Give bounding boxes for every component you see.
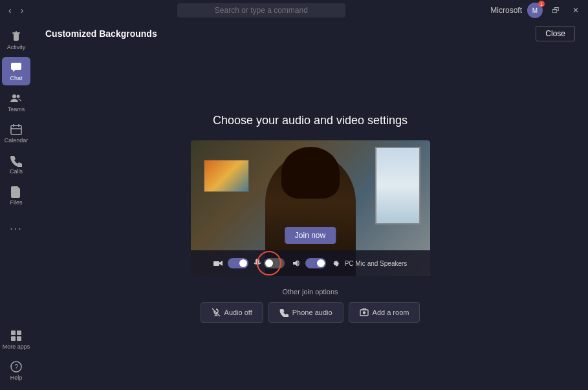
- close-button[interactable]: Close: [536, 26, 575, 41]
- title-bar-right: Microsoft M 1 🗗 ✕: [490, 3, 583, 18]
- video-preview: Join now: [191, 140, 430, 276]
- sidebar-label-apps: More apps: [3, 343, 30, 350]
- svg-rect-6: [17, 336, 21, 341]
- camera-icon: [213, 260, 223, 266]
- settings-content: Choose your audio and video settings Joi…: [32, 47, 588, 390]
- sidebar-label-calls: Calls: [10, 168, 23, 175]
- sidebar-item-calls[interactable]: Calls: [2, 150, 30, 179]
- window-close-button[interactable]: ✕: [569, 5, 583, 16]
- files-icon: [10, 185, 23, 198]
- content-header: Customized Backgrounds Close: [32, 21, 588, 47]
- sidebar-item-more[interactable]: ...: [2, 212, 30, 241]
- audio-device-label: PC Mic and Speakers: [345, 260, 408, 267]
- svg-rect-2: [11, 125, 21, 135]
- join-options-row: Audio off Phone audio: [191, 302, 430, 323]
- settings-title: Choose your audio and video settings: [213, 114, 408, 127]
- activity-icon: [10, 30, 23, 43]
- chat-icon: [10, 61, 23, 74]
- page-title: Customized Backgrounds: [45, 28, 157, 39]
- svg-point-15: [363, 312, 365, 314]
- sidebar-label-activity: Activity: [7, 44, 26, 50]
- speaker-toggle[interactable]: [305, 258, 326, 268]
- search-area: [32, 3, 490, 17]
- svg-point-0: [12, 94, 16, 98]
- sidebar-label-chat: Chat: [10, 75, 22, 81]
- volume-icon: [292, 259, 300, 267]
- audio-off-icon: [212, 308, 221, 317]
- more-icon: ...: [10, 221, 22, 232]
- svg-point-1: [17, 95, 20, 98]
- help-icon: ?: [10, 360, 23, 373]
- join-now-button[interactable]: Join now: [285, 227, 336, 244]
- mic-toggle[interactable]: [264, 258, 285, 268]
- other-join-label: Other join options: [191, 288, 430, 296]
- search-input[interactable]: [177, 3, 345, 17]
- other-join-section: Other join options Audio off: [191, 288, 430, 323]
- title-bar: ‹ › Microsoft M 1 🗗 ✕: [0, 0, 588, 21]
- add-room-button[interactable]: Add a room: [349, 302, 420, 323]
- svg-rect-5: [11, 336, 16, 341]
- mic-toggle-knob: [265, 259, 273, 267]
- phone-icon: [279, 308, 289, 317]
- nav-buttons: ‹ ›: [5, 4, 27, 17]
- sidebar-label-files: Files: [10, 199, 22, 206]
- teams-icon: [10, 92, 23, 105]
- sidebar-item-chat[interactable]: Chat: [2, 57, 30, 85]
- sidebar: Activity Chat Teams Calendar: [0, 21, 32, 390]
- sidebar-label-teams: Teams: [8, 106, 25, 113]
- svg-rect-4: [17, 330, 21, 335]
- camera-toggle-knob: [239, 259, 247, 267]
- svg-text:?: ?: [15, 363, 19, 371]
- sidebar-item-files[interactable]: Files: [2, 181, 30, 210]
- phone-audio-button[interactable]: Phone audio: [268, 302, 343, 323]
- calls-icon: [10, 154, 23, 167]
- hair: [281, 147, 340, 199]
- room-icon: [360, 308, 369, 317]
- audio-off-button[interactable]: Audio off: [201, 302, 263, 323]
- sidebar-item-apps[interactable]: More apps: [2, 325, 30, 354]
- content-area: Customized Backgrounds Close Choose your…: [32, 21, 588, 390]
- mic-toggle-wrapper: [254, 258, 285, 268]
- svg-rect-3: [11, 330, 16, 335]
- notification-badge: 1: [538, 1, 545, 7]
- apps-icon: [10, 329, 23, 342]
- main-layout: Activity Chat Teams Calendar: [0, 21, 588, 390]
- avatar[interactable]: M 1: [527, 3, 543, 18]
- back-button[interactable]: ‹: [5, 4, 15, 17]
- camera-toggle[interactable]: [228, 258, 248, 268]
- calendar-icon: [10, 123, 23, 136]
- minimize-button[interactable]: 🗗: [548, 5, 563, 16]
- forward-button[interactable]: ›: [17, 4, 27, 17]
- org-name: Microsoft: [490, 6, 522, 15]
- mic-off-icon: [254, 259, 261, 268]
- window-bg: [375, 147, 420, 224]
- sidebar-label-calendar: Calendar: [5, 137, 28, 144]
- sidebar-item-activity[interactable]: Activity: [2, 26, 30, 54]
- sidebar-label-help: Help: [10, 374, 23, 381]
- painting-bg: [204, 160, 249, 192]
- sidebar-item-teams[interactable]: Teams: [2, 88, 30, 116]
- svg-rect-9: [213, 261, 219, 266]
- sidebar-item-help[interactable]: ? Help: [2, 356, 30, 385]
- sidebar-item-calendar[interactable]: Calendar: [2, 119, 30, 147]
- settings-icon: [331, 259, 340, 268]
- speaker-toggle-knob: [317, 259, 325, 267]
- video-controls-bar: PC Mic and Speakers: [191, 250, 430, 276]
